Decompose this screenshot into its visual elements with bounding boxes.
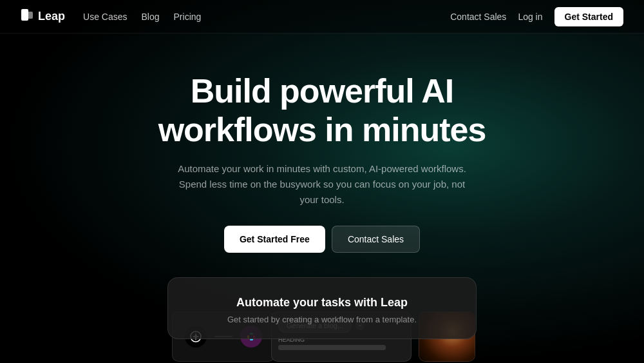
navbar: Leap Use Cases Blog Pricing Contact Sale…: [0, 0, 644, 34]
navbar-right: Contact Sales Log in Get Started: [450, 7, 623, 26]
nav-pricing[interactable]: Pricing: [174, 12, 202, 22]
svg-rect-1: [26, 12, 33, 19]
automate-title: Automate your tasks with Leap: [181, 296, 463, 309]
navbar-left: Leap Use Cases Blog Pricing: [21, 8, 201, 25]
logo[interactable]: Leap: [21, 8, 65, 25]
hero-buttons: Get Started Free Contact Sales: [224, 226, 420, 253]
nav-use-cases[interactable]: Use Cases: [83, 12, 127, 22]
get-started-free-button[interactable]: Get Started Free: [224, 226, 325, 253]
nav-links: Use Cases Blog Pricing: [83, 12, 201, 22]
nav-get-started-button[interactable]: Get Started: [554, 7, 623, 26]
hero-title: Build powerful AI workflows in minutes: [158, 72, 486, 150]
hero-subtitle: Automate your work in minutes with custo…: [174, 161, 470, 208]
hero-section: Build powerful AI workflows in minutes A…: [0, 34, 644, 253]
nav-login[interactable]: Log in: [518, 12, 542, 22]
nav-contact-sales[interactable]: Contact Sales: [450, 12, 506, 22]
automate-section: Automate your tasks with Leap Get starte…: [167, 277, 477, 339]
contact-sales-button[interactable]: Contact Sales: [332, 226, 420, 253]
brand-name: Leap: [38, 10, 65, 23]
heading-bar: [278, 345, 386, 350]
logo-icon: [21, 8, 33, 25]
nav-blog[interactable]: Blog: [141, 12, 159, 22]
automate-subtitle: Get started by creating a workflow from …: [181, 315, 463, 324]
